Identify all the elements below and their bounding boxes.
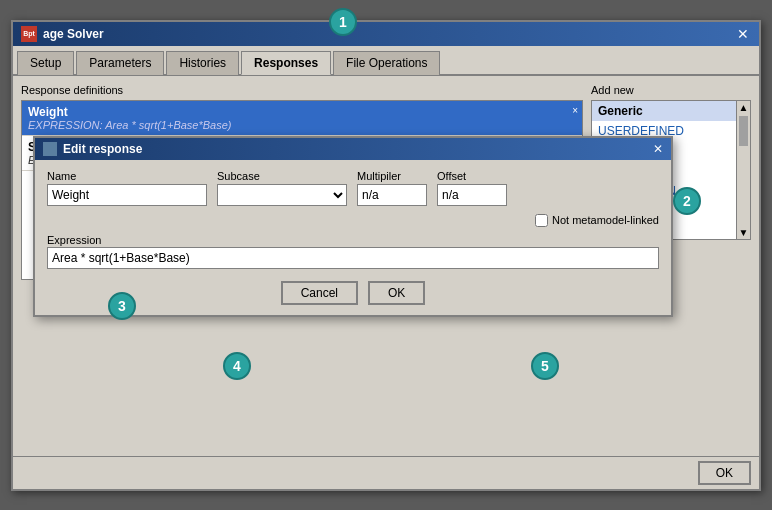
dialog-title-bar: Edit response ✕: [35, 138, 671, 160]
multiplier-field: Multipiler: [357, 170, 427, 206]
response-item-weight[interactable]: Weight EXPRESSION: Area * sqrt(1+Base*Ba…: [22, 101, 582, 136]
multiplier-label: Multipiler: [357, 170, 427, 182]
offset-input[interactable]: [437, 184, 507, 206]
response-definitions-label: Response definitions: [21, 84, 583, 96]
tab-setup[interactable]: Setup: [17, 51, 74, 75]
dialog-close-button[interactable]: ✕: [653, 142, 663, 156]
multiplier-input[interactable]: [357, 184, 427, 206]
not-metamodel-label: Not metamodel-linked: [552, 214, 659, 226]
title-bar-left: Bpt age Solver: [21, 26, 104, 42]
title-bar: Bpt age Solver ✕: [13, 22, 759, 46]
add-new-generic[interactable]: Generic: [592, 101, 736, 121]
main-window: Bpt age Solver ✕ Setup Parameters Histor…: [11, 20, 761, 491]
expression-input[interactable]: [47, 247, 659, 269]
response-name-weight: Weight: [28, 105, 576, 119]
dialog-title-left: Edit response: [43, 142, 142, 156]
expression-label: Expression: [47, 234, 101, 246]
subcase-select[interactable]: [217, 184, 347, 206]
response-close-weight[interactable]: ×: [572, 105, 578, 116]
callout-1: 1: [329, 8, 357, 36]
tab-histories[interactable]: Histories: [166, 51, 239, 75]
main-ok-button[interactable]: OK: [698, 461, 751, 485]
bottom-bar: OK: [13, 456, 759, 489]
offset-label: Offset: [437, 170, 507, 182]
name-input[interactable]: [47, 184, 207, 206]
callout-2: 2: [673, 187, 701, 215]
callout-4: 4: [223, 352, 251, 380]
add-new-scrollbar[interactable]: ▲ ▼: [736, 101, 750, 239]
tab-bar: Setup Parameters Histories Responses Fil…: [13, 46, 759, 76]
form-row-1: Name Subcase Multipiler Offset: [47, 170, 659, 206]
window-title: age Solver: [43, 27, 104, 41]
dialog-buttons: Cancel OK: [47, 277, 659, 305]
response-expr-weight: EXPRESSION: Area * sqrt(1+Base*Base): [28, 119, 576, 131]
scroll-thumb[interactable]: [739, 116, 748, 146]
cancel-button[interactable]: Cancel: [281, 281, 358, 305]
expression-section: Expression: [47, 233, 659, 269]
subcase-label: Subcase: [217, 170, 347, 182]
scroll-up-btn[interactable]: ▲: [737, 101, 750, 114]
tab-parameters[interactable]: Parameters: [76, 51, 164, 75]
add-new-label: Add new: [591, 84, 751, 96]
offset-field: Offset: [437, 170, 507, 206]
tab-file-operations[interactable]: File Operations: [333, 51, 440, 75]
subcase-field: Subcase: [217, 170, 347, 206]
name-field: Name: [47, 170, 207, 206]
window-close-button[interactable]: ✕: [735, 26, 751, 42]
ok-button[interactable]: OK: [368, 281, 425, 305]
not-metamodel-checkbox[interactable]: [535, 214, 548, 227]
checkbox-row: Not metamodel-linked: [47, 214, 659, 227]
edit-response-dialog: Edit response ✕ Name Subcase: [33, 136, 673, 317]
content-area: Response definitions Weight EXPRESSION: …: [13, 76, 759, 456]
dialog-title: Edit response: [63, 142, 142, 156]
dialog-body: Name Subcase Multipiler Offset: [35, 160, 671, 315]
tab-responses[interactable]: Responses: [241, 51, 331, 75]
callout-3: 3: [108, 292, 136, 320]
scroll-down-btn[interactable]: ▼: [737, 226, 750, 239]
callout-5: 5: [531, 352, 559, 380]
dialog-icon: [43, 142, 57, 156]
app-icon: Bpt: [21, 26, 37, 42]
name-label: Name: [47, 170, 207, 182]
